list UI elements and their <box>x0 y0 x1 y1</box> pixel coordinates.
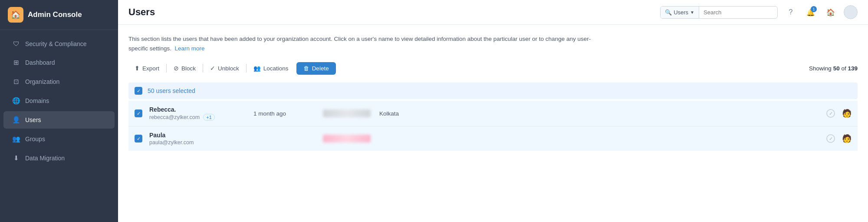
sidebar-item-users[interactable]: 👤 Users <box>3 111 115 129</box>
locations-icon: 👥 <box>253 65 261 72</box>
sidebar-nav: 🛡 Security & Compliance ⊞ Dashboard ⊡ Or… <box>0 30 118 222</box>
sidebar-item-label: Users <box>25 116 41 123</box>
user-name: Paula <box>149 132 245 139</box>
page-title: Users <box>128 7 653 18</box>
user-info: Paula paula@zylker.com <box>149 132 245 146</box>
user-email: paula@zylker.com <box>149 139 194 146</box>
sidebar-item-domains[interactable]: 🌐 Domains <box>3 92 115 109</box>
app-logo-icon: 🏠 <box>8 7 23 23</box>
select-all-checkbox[interactable] <box>135 87 142 95</box>
search-type-label: Users <box>674 9 688 16</box>
user-action-icon[interactable]: 🧑 <box>842 134 852 143</box>
sidebar-header: 🏠 Admin Console <box>0 0 118 30</box>
search-icon: 🔍 <box>665 9 672 16</box>
selected-count-label: 50 users selected <box>148 87 195 94</box>
user-status-blur <box>323 109 371 117</box>
search-bar: 🔍 Users ▼ <box>660 6 778 19</box>
main-content: Users 🔍 Users ▼ ? 🔔 1 🏠 <box>118 0 868 222</box>
unblock-icon: ✓ <box>210 65 215 72</box>
groups-icon: 👥 <box>12 135 20 143</box>
user-avatar[interactable] <box>844 5 858 19</box>
unblock-button[interactable]: ✓ Unblock <box>204 62 245 75</box>
toolbar: ⬆ Export ⊘ Block ✓ Unblock 👥 Locations 🗑… <box>128 62 858 75</box>
export-button[interactable]: ⬆ Export <box>128 62 165 75</box>
sidebar-item-label: Security & Compliance <box>25 40 87 47</box>
organization-icon: ⊡ <box>12 78 20 86</box>
chevron-down-icon: ▼ <box>690 10 694 15</box>
sidebar: 🏠 Admin Console 🛡 Security & Compliance … <box>0 0 118 222</box>
sidebar-item-label: Groups <box>25 136 45 142</box>
delete-button[interactable]: 🗑 Delete <box>296 62 336 75</box>
export-icon: ⬆ <box>135 65 140 72</box>
sidebar-item-label: Domains <box>25 97 49 104</box>
sidebar-item-dashboard[interactable]: ⊞ Dashboard <box>3 54 115 71</box>
content-area: This section lists the users that have b… <box>118 25 868 222</box>
row-actions: ✓ 🧑 <box>826 134 852 143</box>
row-checkbox[interactable] <box>135 135 142 142</box>
showing-count: Showing 50 of 139 <box>809 65 858 72</box>
table-row: Rebecca. rebecca@zylker.com +1 1 month a… <box>128 101 858 126</box>
home-button[interactable]: 🏠 <box>824 5 838 19</box>
sidebar-item-data-migration[interactable]: ⬇ Data Migration <box>3 149 115 167</box>
notification-badge: 1 <box>811 6 817 12</box>
block-icon: ⊘ <box>174 65 179 72</box>
dashboard-icon: ⊞ <box>12 59 20 66</box>
search-type-dropdown[interactable]: 🔍 Users ▼ <box>661 7 699 18</box>
learn-more-link[interactable]: Learn more <box>175 45 205 52</box>
user-last-seen: 1 month ago <box>253 110 314 117</box>
users-table: 50 users selected Rebecca. rebecca@zylke… <box>128 83 858 151</box>
toolbar-separator-3 <box>246 64 247 73</box>
user-info: Rebecca. rebecca@zylker.com +1 <box>149 106 245 121</box>
sidebar-item-security[interactable]: 🛡 Security & Compliance <box>3 35 115 52</box>
download-icon: ⬇ <box>12 154 20 162</box>
search-input[interactable] <box>699 7 777 18</box>
toolbar-separator-2 <box>203 64 203 73</box>
header-actions: 🔍 Users ▼ ? 🔔 1 🏠 <box>660 5 858 19</box>
shield-icon: 🛡 <box>12 40 20 47</box>
user-email: rebecca@zylker.com <box>149 114 200 120</box>
toolbar-separator <box>166 64 167 73</box>
row-actions: ✓ 🧑 <box>826 109 852 118</box>
sidebar-item-organization[interactable]: ⊡ Organization <box>3 73 115 90</box>
user-action-icon[interactable]: 🧑 <box>842 109 852 118</box>
notifications-button[interactable]: 🔔 1 <box>804 5 818 19</box>
sidebar-item-label: Organization <box>25 78 59 85</box>
help-button[interactable]: ? <box>784 5 798 19</box>
user-location: Kolkata <box>379 110 431 117</box>
top-header: Users 🔍 Users ▼ ? 🔔 1 🏠 <box>118 0 868 25</box>
sidebar-item-label: Data Migration <box>25 155 65 162</box>
user-tag: +1 <box>203 114 215 121</box>
block-button[interactable]: ⊘ Block <box>168 62 202 75</box>
page-description: This section lists the users that have b… <box>128 34 606 53</box>
user-email-row: paula@zylker.com <box>149 139 245 146</box>
app-title: Admin Console <box>28 10 82 19</box>
home-icon: 🏠 <box>826 8 835 17</box>
delete-icon: 🗑 <box>303 65 309 72</box>
row-checkbox[interactable] <box>135 109 142 117</box>
user-email-row: rebecca@zylker.com +1 <box>149 114 245 121</box>
user-icon: 👤 <box>12 116 20 124</box>
table-selection-header: 50 users selected <box>128 83 858 99</box>
globe-icon: 🌐 <box>12 97 20 105</box>
locations-button[interactable]: 👥 Locations <box>247 62 295 75</box>
user-status-blur-pink <box>323 135 371 142</box>
verify-icon: ✓ <box>826 134 835 143</box>
sidebar-item-label: Dashboard <box>25 59 55 66</box>
table-row: Paula paula@zylker.com ✓ 🧑 <box>128 126 858 151</box>
sidebar-item-groups[interactable]: 👥 Groups <box>3 130 115 148</box>
question-icon: ? <box>789 8 793 16</box>
verify-icon: ✓ <box>826 109 835 118</box>
user-name: Rebecca. <box>149 106 245 113</box>
